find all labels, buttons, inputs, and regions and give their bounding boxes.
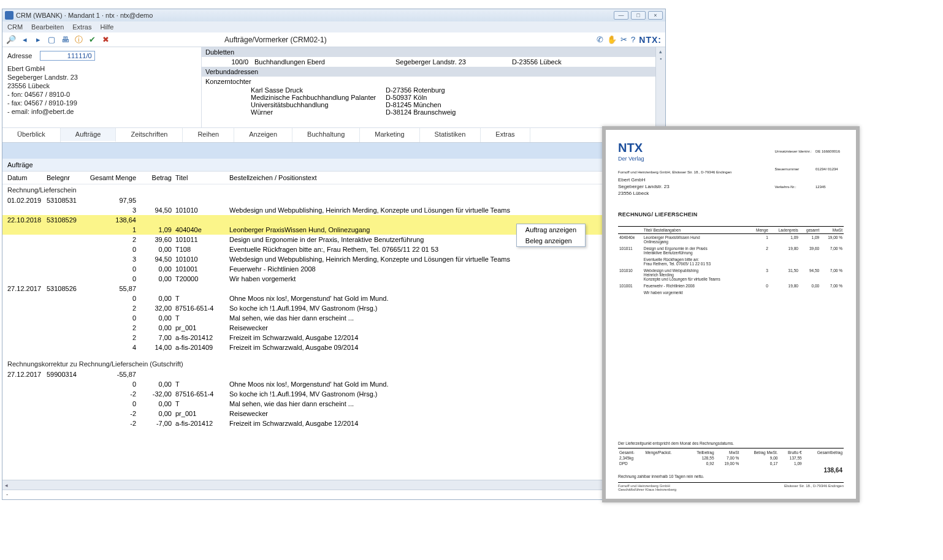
forward-icon[interactable]: ▸ [33, 35, 43, 45]
invoice-footer: Der Lieferzeitpunkt entspricht dem Monat… [618, 441, 844, 491]
group-heading: Rechnungskorrektur zu Rechnung/Liefersch… [2, 358, 665, 369]
konzern-row[interactable]: Karl Sasse DruckD-27356 Rotenburg [202, 86, 665, 94]
order-line[interactable]: 394,50101010Webdesign und Webpublishing,… [2, 205, 665, 215]
order-line[interactable]: -2-7,00a-fis-201412Freizeit im Schwarzwa… [2, 418, 665, 428]
addr-line: - fax: 04567 / 8910-199 [7, 99, 196, 107]
toolbar: 🔎 ◂ ▸ ▢ 🖶 ⓘ ✔ ✖ Aufträge/Vormerker (CRM0… [2, 32, 665, 47]
order-line[interactable]: 00,00TMal sehen, wie das hier dann ersch… [2, 399, 665, 409]
verbund-header: Verbundadressen [202, 67, 665, 77]
invoice-preview: NTXDer Verlag Fomoff und Heinzenberg Gmb… [602, 126, 860, 502]
addr-line: - fon: 04567 / 8910-0 [7, 90, 196, 99]
tab-statistiken[interactable]: Statistiken [420, 128, 481, 142]
order-line[interactable]: 00,00TMal sehen, wie das hier dann ersch… [2, 313, 665, 323]
phone-icon[interactable]: ✆ [597, 35, 603, 44]
tab-reihen[interactable]: Reihen [183, 128, 234, 142]
dubletten-header: Dubletten [202, 47, 665, 57]
order-header[interactable]: 27.12.20175310852655,87 [2, 284, 665, 293]
app-icon [5, 11, 13, 20]
window-title: CRM (WBANK) · Mandant 1 · ntx · ntx@demo [16, 12, 153, 19]
cancel-icon[interactable]: ✖ [101, 35, 110, 45]
menu-extras[interactable]: Extras [72, 23, 91, 31]
minimize-button[interactable]: — [614, 11, 628, 20]
tab-extras[interactable]: Extras [481, 128, 530, 142]
order-line[interactable]: 00,00TOhne Moos nix los!, Morgenstund' h… [2, 293, 665, 303]
print-icon[interactable]: 🖶 [60, 35, 70, 45]
tab-zeitschriften[interactable]: Zeitschriften [116, 128, 183, 142]
titlebar[interactable]: CRM (WBANK) · Mandant 1 · ntx · ntx@demo… [2, 9, 665, 21]
menu-hilfe[interactable]: Hilfe [100, 23, 113, 31]
addr-line: Ebert GmbH [7, 64, 196, 73]
order-line[interactable]: 00,00TOhne Moos nix los!, Morgenstund' h… [2, 379, 665, 389]
address-label: Adresse [7, 52, 32, 59]
filter-bar[interactable] [2, 143, 665, 159]
orders-heading: Aufträge [2, 159, 665, 172]
address-input[interactable] [40, 51, 95, 61]
view-title: Aufträge/Vormerker (CRM02-1) [224, 36, 327, 44]
info-icon[interactable]: ⓘ [74, 35, 83, 45]
group-heading: Rechnung/Lieferschein [2, 184, 665, 195]
tools-icon[interactable]: ✂ [620, 35, 627, 44]
context-menu[interactable]: Auftrag anzeigenBeleg anzeigen [516, 224, 586, 247]
tab-buchhaltung[interactable]: Buchhaltung [292, 128, 360, 142]
scrollbar[interactable]: ▴▪ [655, 47, 665, 127]
order-line[interactable]: 00,00101001Feuerwehr - Richtlinien 2008 [2, 264, 665, 274]
invoice-logo: NTXDer Verlag [618, 142, 731, 164]
tab-anzeigen[interactable]: Anzeigen [234, 128, 292, 142]
menubar[interactable]: CRM Bearbeiten Extras Hilfe [2, 21, 665, 32]
menu-bearbeiten[interactable]: Bearbeiten [31, 23, 64, 31]
invoice-sender: Fomoff und Heinzenberg GmbH, Elsässer St… [618, 170, 731, 174]
order-line[interactable]: 20,00pr_001Reisewecker [2, 323, 665, 333]
ctx-auftrag[interactable]: Auftrag anzeigen [517, 224, 585, 235]
maximize-button[interactable]: □ [631, 11, 646, 20]
konzern-row[interactable]: Medizinische Fachbuchhandlung PalanterD-… [202, 94, 665, 101]
brand-logo: NTX: [639, 35, 662, 45]
order-line[interactable]: 414,00a-fis-201409Freizeit im Schwarzwal… [2, 342, 665, 352]
orders-grid[interactable]: Rechnung/Lieferschein01.02.2019531085319… [2, 184, 665, 480]
tab-aufträge[interactable]: Aufträge [61, 128, 116, 142]
order-line[interactable]: 00,00T20000Wir haben vorgemerkt [2, 274, 665, 284]
order-line[interactable]: -2-32,0087516-651-4So koche ich !1.Aufl.… [2, 389, 665, 399]
invoice-meta: Umsatzsteuer Identnr.:DE 166600016 Steue… [774, 142, 844, 197]
ctx-beleg[interactable]: Beleg anzeigen [517, 235, 585, 246]
addr-line: - email: info@ebert.de [7, 107, 196, 116]
order-line[interactable]: -20,00pr_001Reisewecker [2, 409, 665, 418]
order-header[interactable]: 27.12.201759900314-55,87 [2, 369, 665, 379]
confirm-icon[interactable]: ✔ [87, 35, 97, 45]
address-panel: Adresse Ebert GmbH Segeberger Landstr. 2… [2, 47, 202, 127]
konzern-row[interactable]: UniversitätsbuchhandlungD-81245 München [202, 101, 665, 108]
h-scrollbar[interactable]: ◂▸ [2, 480, 665, 490]
addr-line: Segeberger Landstr. 23 [7, 73, 196, 81]
help-icon[interactable]: ? [631, 35, 635, 44]
invoice-table: Titel/ Bestellangaben MengeLadenpreis ge… [618, 226, 844, 296]
order-line[interactable]: 232,0087516-651-4So koche ich !1.Aufl.19… [2, 303, 665, 313]
order-header[interactable]: 01.02.20195310853197,95 [2, 195, 665, 205]
addr-line: 23556 Lübeck [7, 81, 196, 90]
invoice-title: RECHNUNG/ LIEFERSCHEIN [618, 211, 844, 218]
tab-marketing[interactable]: Marketing [360, 128, 419, 142]
order-line[interactable]: 11,09404040eLeonberger PraxisWissen Hund… [2, 225, 665, 235]
back-icon[interactable]: ◂ [20, 35, 29, 45]
binoculars-icon[interactable]: 🔎 [6, 35, 16, 45]
related-panel: Dubletten 100/0 Buchhandlungen Eberd Seg… [202, 47, 665, 127]
order-line[interactable]: 394,50101010Webdesign und Webpublishing,… [2, 254, 665, 264]
konzern-row[interactable]: WürnerD-38124 Braunschweig [202, 108, 665, 116]
hand-icon[interactable]: ✋ [607, 35, 617, 44]
close-button[interactable]: × [648, 11, 663, 20]
crm-window: CRM (WBANK) · Mandant 1 · ntx · ntx@demo… [2, 9, 666, 500]
column-headers: Datum Belegnr Gesamt Menge Betrag Titel … [2, 172, 665, 184]
tab-überblick[interactable]: Überblick [2, 128, 61, 142]
status-bar: - [2, 490, 665, 499]
konzern-header: Konzerntochter [202, 77, 665, 86]
new-icon[interactable]: ▢ [47, 35, 56, 45]
tabs: ÜberblickAufträgeZeitschriftenReihenAnze… [2, 128, 665, 143]
menu-crm[interactable]: CRM [7, 23, 23, 31]
order-line[interactable]: 27,00a-fis-201412Freizeit im Schwarzwald… [2, 333, 665, 342]
dublette-row[interactable]: 100/0 Buchhandlungen Eberd Segeberger La… [202, 57, 665, 67]
